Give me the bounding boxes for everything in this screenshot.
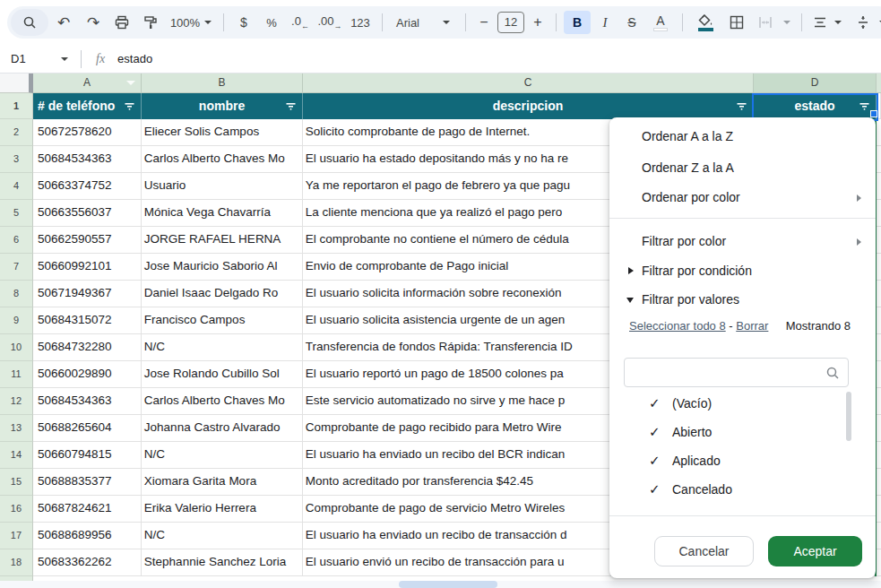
row-number[interactable]: 10	[0, 334, 33, 361]
cell[interactable]: N/C	[142, 523, 303, 549]
bold-button[interactable]: B	[563, 9, 592, 36]
vertical-align-dropdown[interactable]	[877, 9, 881, 36]
column-header-b[interactable]: B	[142, 74, 303, 93]
cell[interactable]: Erika Valerio Herrera	[142, 496, 303, 523]
cell[interactable]: JORGE RAFAEL HERNA	[142, 227, 303, 254]
column-header-e[interactable]	[877, 74, 881, 93]
menu-item-filter-values[interactable]: Filtrar por valores	[609, 285, 876, 314]
print-button[interactable]	[108, 9, 136, 36]
cell[interactable]: 50660029890	[33, 361, 142, 388]
menu-item-sort-az[interactable]: Ordenar A a la Z	[609, 122, 876, 151]
paint-format-button[interactable]	[136, 9, 165, 36]
row-number[interactable]: 14	[0, 442, 33, 469]
fill-handle[interactable]	[870, 110, 877, 117]
filter-value-item[interactable]: ✓Abierto	[609, 418, 842, 446]
cell[interactable]: 50688689956	[33, 523, 142, 549]
row-number[interactable]: 7	[0, 254, 33, 281]
row-number[interactable]: 2	[0, 119, 33, 146]
cell[interactable]: 50672578620	[33, 119, 142, 146]
undo-button[interactable]: ↶	[48, 9, 79, 36]
borders-button[interactable]	[721, 9, 752, 36]
filter-search-input[interactable]	[624, 358, 849, 387]
vertical-align-button[interactable]	[850, 9, 877, 36]
select-all-link[interactable]: Seleccionar todo 8	[629, 319, 726, 333]
row-number[interactable]: 12	[0, 388, 33, 415]
row-number[interactable]: 8	[0, 281, 33, 307]
cell[interactable]: 50662590557	[33, 227, 142, 254]
cell[interactable]: 50683362262	[33, 549, 142, 576]
decrease-decimal-button[interactable]: .0←	[286, 9, 315, 36]
cell[interactable]: N/C	[142, 442, 303, 469]
italic-button[interactable]: I	[592, 9, 618, 36]
cell[interactable]: Mónica Vega Chavarría	[142, 200, 303, 227]
cell[interactable]: Jose Rolando Cubillo Sol	[142, 361, 303, 388]
increase-font-size-button[interactable]: +	[526, 9, 549, 36]
row-number[interactable]: 11	[0, 361, 33, 388]
clear-link[interactable]: Borrar	[736, 319, 768, 333]
cell[interactable]: 50663556037	[33, 200, 142, 227]
font-size-input[interactable]: 12	[496, 9, 526, 36]
search-button[interactable]	[11, 9, 48, 36]
filter-icon[interactable]	[286, 101, 296, 111]
cell[interactable]: Xiomara Garita Mora	[142, 469, 303, 496]
fill-color-button[interactable]	[689, 9, 721, 36]
redo-button[interactable]: ↷	[79, 9, 108, 36]
cell[interactable]: 50684534363	[33, 146, 142, 173]
row-number[interactable]: 5	[0, 200, 33, 227]
row-number[interactable]: 9	[0, 307, 33, 334]
cell[interactable]: 50671949367	[33, 281, 142, 307]
filter-icon[interactable]	[125, 101, 134, 111]
cell[interactable]: Usuario	[142, 173, 303, 200]
format-currency-button[interactable]: $	[230, 9, 257, 36]
row-number[interactable]: 16	[0, 496, 33, 523]
header-cell-estado[interactable]: estado	[754, 93, 877, 119]
font-select[interactable]: Arial	[389, 9, 459, 36]
cell[interactable]: Jose Mauricio Saborio Al	[142, 254, 303, 281]
decrease-font-size-button[interactable]: −	[472, 9, 496, 36]
row-number[interactable]: 3	[0, 146, 33, 173]
menu-item-sort-color[interactable]: Ordenar por color	[609, 183, 876, 212]
name-box-dropdown-icon[interactable]	[61, 57, 68, 61]
cell[interactable]: 50684315072	[33, 307, 142, 334]
cell[interactable]: 50688265604	[33, 415, 142, 442]
text-color-button[interactable]: A	[645, 9, 676, 36]
select-all-corner[interactable]	[0, 74, 33, 93]
header-cell-telefono[interactable]: # de teléfono	[33, 93, 142, 119]
cell[interactable]: 50663374752	[33, 173, 142, 200]
zoom-select[interactable]: 100%	[165, 9, 217, 36]
menu-item-filter-color[interactable]: Filtrar por color	[609, 227, 876, 255]
name-box[interactable]: D1	[0, 52, 61, 65]
cell[interactable]: 50684732280	[33, 334, 142, 361]
column-header-d[interactable]: D	[754, 74, 877, 93]
row-number[interactable]: 6	[0, 227, 33, 254]
filter-value-item[interactable]: ✓Aplicado	[609, 446, 842, 475]
increase-decimal-button[interactable]: .00→	[315, 9, 345, 36]
horizontal-align-dropdown[interactable]	[832, 9, 844, 36]
formula-input[interactable]: estado	[117, 52, 152, 65]
row-number[interactable]: 13	[0, 415, 33, 442]
cell[interactable]: Francisco Campos	[142, 307, 303, 334]
horizontal-align-button[interactable]	[808, 9, 832, 36]
cell[interactable]: Stephannie Sanchez Loria	[142, 549, 303, 576]
scrollbar-thumb[interactable]	[846, 392, 851, 441]
cell[interactable]: 50688835377	[33, 469, 142, 496]
header-cell-descripcion[interactable]: descripcion	[303, 93, 754, 119]
cell[interactable]: Carlos Alberto Chaves Mo	[142, 146, 303, 173]
cell[interactable]: 50687824621	[33, 496, 142, 523]
merge-cells-button[interactable]	[752, 9, 779, 36]
row-number[interactable]: 1	[0, 93, 33, 119]
cell[interactable]: 50660992101	[33, 254, 142, 281]
horizontal-scrollbar-thumb[interactable]	[399, 581, 497, 588]
cancel-button[interactable]: Cancelar	[654, 536, 754, 566]
number-format-button[interactable]: 123	[345, 9, 376, 36]
row-number[interactable]: 18	[0, 549, 33, 576]
column-header-c[interactable]: C	[303, 74, 754, 93]
format-percent-button[interactable]: %	[257, 9, 286, 36]
filter-icon[interactable]	[737, 101, 747, 111]
column-menu-icon[interactable]	[126, 81, 135, 85]
filter-value-item[interactable]: ✓Cancelado	[609, 475, 842, 504]
row-number[interactable]: 15	[0, 469, 33, 496]
cell[interactable]: Johanna Castro Alvarado	[142, 415, 303, 442]
menu-item-filter-condition[interactable]: Filtrar por condición	[609, 256, 876, 285]
cell[interactable]: N/C	[142, 334, 303, 361]
